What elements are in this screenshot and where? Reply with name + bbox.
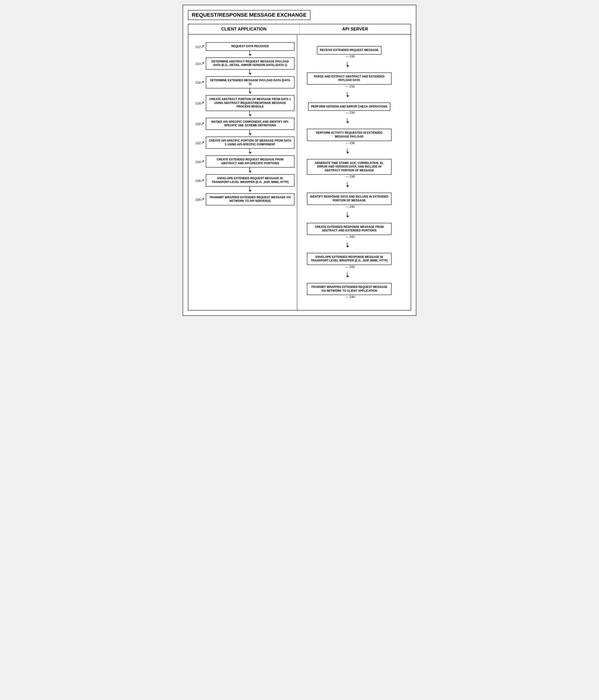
flow-item-214: 214↗ DETERMINE ABSTRACT REQUEST MESSAGE … (195, 57, 294, 70)
diagram-container: CLIENT APPLICATION API SERVER 212↗ REQUE… (188, 24, 411, 310)
col-right: RECEIVE EXTENDED REQUEST MESSAGE — 230 P… (297, 34, 411, 310)
step-box-wrap-230: RECEIVE EXTENDED REQUEST MESSAGE — 230 (302, 42, 401, 62)
step-box-236: PERFORM ACTIVITY REQUESTED IN EXTENDED M… (307, 129, 391, 141)
columns-header: CLIENT APPLICATION API SERVER (188, 24, 411, 34)
flow-row-220: 220↗ INVOKE API-SPECIFIC COMPONENT, AND … (195, 118, 294, 130)
step-box-224: CREATE EXTENDED REQUEST MESSAGE FROM ABS… (206, 155, 294, 168)
step-box-238: GENERATE TIME STAMP, ACK, CORRELATION_ID… (307, 159, 391, 175)
flow-row-216: 216↗ DETERMINE EXTENDED MESSAGE PAYLOAD … (195, 76, 294, 89)
step-box-230: RECEIVE EXTENDED REQUEST MESSAGE (317, 46, 381, 55)
step-label-212: 212↗ (195, 44, 205, 49)
diagram-title: REQUEST/RESPONSE MESSAGE EXCHANGE (188, 10, 310, 20)
flow-row-222: 222↗ CREATE API-SPECIFIC PORTION OF MESS… (195, 136, 294, 149)
flow-row-218: 218↗ CREATE ABSTRACT PORTION OF MESSAGE … (195, 95, 294, 111)
flow-item-234: PERFORM VERSION AND ERROR CHECK OPERATIO… (302, 99, 401, 119)
flow-item-216: 216↗ DETERMINE EXTENDED MESSAGE PAYLOAD … (195, 76, 294, 89)
step-box-216: DETERMINE EXTENDED MESSAGE PAYLOAD DATA … (206, 76, 294, 89)
flow-item-212: 212↗ REQUEST DATA RECEIVED (195, 42, 294, 51)
flow-item-232: PARSE AND EXTRACT ABSTRACT AND EXTENDED … (302, 69, 401, 92)
step-label-218: 218↗ (195, 100, 205, 106)
flow-row-224: 224↗ CREATE EXTENDED REQUEST MESSAGE FRO… (195, 155, 294, 168)
columns-body: 212↗ REQUEST DATA RECEIVED 214↗ DETERMIN… (188, 34, 411, 310)
flow-item-244: ENVELOPE EXTENDED RESPONSE MESSAGE IN TR… (302, 249, 401, 272)
right-num-234: — 234 (345, 111, 355, 115)
flow-item-222: 222↗ CREATE API-SPECIFIC PORTION OF MESS… (195, 136, 294, 149)
col-left: 212↗ REQUEST DATA RECEIVED 214↗ DETERMIN… (188, 34, 297, 310)
flow-item-220: 220↗ INVOKE API-SPECIFIC COMPONENT, AND … (195, 118, 294, 130)
step-label-222: 222↗ (195, 140, 205, 145)
flow-item-226: 226↗ ENVELOPE EXTENDED REQUEST MESSAGE I… (195, 174, 294, 186)
flow-item-246: TRANSMIT WRAPPED EXTENDED REQUEST MESSAG… (302, 279, 401, 302)
right-num-230: — 230 (345, 55, 355, 58)
step-box-244: ENVELOPE EXTENDED RESPONSE MESSAGE IN TR… (307, 253, 391, 265)
flow-row-228: 228↗ TRANSMIT WRAPPED EXTENDED REQUEST M… (195, 193, 294, 205)
step-box-240: IDENTIFY RESPONSE DATA AND INCLUDE IN EX… (307, 193, 391, 205)
step-box-232: PARSE AND EXTRACT ABSTRACT AND EXTENDED … (307, 72, 391, 84)
step-box-wrap-238: GENERATE TIME STAMP, ACK, CORRELATION_ID… (302, 155, 401, 182)
step-box-246: TRANSMIT WRAPPED EXTENDED REQUEST MESSAG… (307, 283, 391, 295)
step-box-wrap-240: IDENTIFY RESPONSE DATA AND INCLUDE IN EX… (302, 189, 401, 212)
right-num-242: — 242 (345, 235, 355, 239)
right-num-246: — 246 (345, 295, 355, 299)
step-box-242: CREATE EXTENDED RESPONSE MESSAGE FROM AB… (307, 223, 391, 235)
flow-item-218: 218↗ CREATE ABSTRACT PORTION OF MESSAGE … (195, 95, 294, 111)
flow-item-224: 224↗ CREATE EXTENDED REQUEST MESSAGE FRO… (195, 155, 294, 168)
step-box-wrap-246: TRANSMIT WRAPPED EXTENDED REQUEST MESSAG… (302, 279, 401, 302)
flow-item-238: GENERATE TIME STAMP, ACK, CORRELATION_ID… (302, 155, 401, 182)
flow-item-240: IDENTIFY RESPONSE DATA AND INCLUDE IN EX… (302, 189, 401, 212)
right-num-244: — 244 (345, 265, 355, 269)
flow-item-230: RECEIVE EXTENDED REQUEST MESSAGE — 230 (302, 42, 401, 62)
flow-item-236: PERFORM ACTIVITY REQUESTED IN EXTENDED M… (302, 125, 401, 148)
step-label-224: 224↗ (195, 159, 205, 164)
step-box-wrap-244: ENVELOPE EXTENDED RESPONSE MESSAGE IN TR… (302, 249, 401, 272)
step-box-226: ENVELOPE EXTENDED REQUEST MESSAGE IN TRA… (206, 174, 294, 186)
flow-item-228: 228↗ TRANSMIT WRAPPED EXTENDED REQUEST M… (195, 193, 294, 205)
right-num-240: — 240 (345, 205, 355, 208)
flow-item-242: CREATE EXTENDED RESPONSE MESSAGE FROM AB… (302, 219, 401, 242)
flow-row-226: 226↗ ENVELOPE EXTENDED REQUEST MESSAGE I… (195, 174, 294, 186)
col-api-header: API SERVER (300, 24, 411, 34)
step-box-wrap-236: PERFORM ACTIVITY REQUESTED IN EXTENDED M… (302, 125, 401, 148)
step-box-222: CREATE API-SPECIFIC PORTION OF MESSAGE F… (206, 136, 294, 149)
step-label-214: 214↗ (195, 61, 205, 66)
step-label-228: 228↗ (195, 197, 205, 202)
step-box-wrap-234: PERFORM VERSION AND ERROR CHECK OPERATIO… (302, 99, 401, 119)
step-box-228: TRANSMIT WRAPPED EXTENDED REQUEST MESSAG… (206, 193, 294, 205)
step-box-wrap-242: CREATE EXTENDED RESPONSE MESSAGE FROM AB… (302, 219, 401, 242)
step-box-wrap-232: PARSE AND EXTRACT ABSTRACT AND EXTENDED … (302, 69, 401, 92)
right-num-236: — 236 (345, 141, 355, 145)
page: REQUEST/RESPONSE MESSAGE EXCHANGE CLIENT… (183, 5, 416, 316)
step-box-234: PERFORM VERSION AND ERROR CHECK OPERATIO… (308, 102, 390, 111)
right-num-238: — 238 (345, 175, 355, 178)
step-label-226: 226↗ (195, 178, 205, 183)
col-client-header: CLIENT APPLICATION (188, 24, 300, 34)
step-label-220: 220↗ (195, 121, 205, 126)
right-num-232: — 232 (345, 84, 355, 88)
flow-row-212: 212↗ REQUEST DATA RECEIVED (195, 42, 294, 51)
step-box-214: DETERMINE ABSTRACT REQUEST MESSAGE PAYLO… (206, 57, 294, 70)
step-label-216: 216↗ (195, 80, 205, 85)
flow-row-214: 214↗ DETERMINE ABSTRACT REQUEST MESSAGE … (195, 57, 294, 70)
step-box-218: CREATE ABSTRACT PORTION OF MESSAGE FROM … (206, 95, 294, 111)
step-box-212: REQUEST DATA RECEIVED (206, 42, 294, 51)
step-box-220: INVOKE API-SPECIFIC COMPONENT, AND IDENT… (206, 118, 294, 130)
